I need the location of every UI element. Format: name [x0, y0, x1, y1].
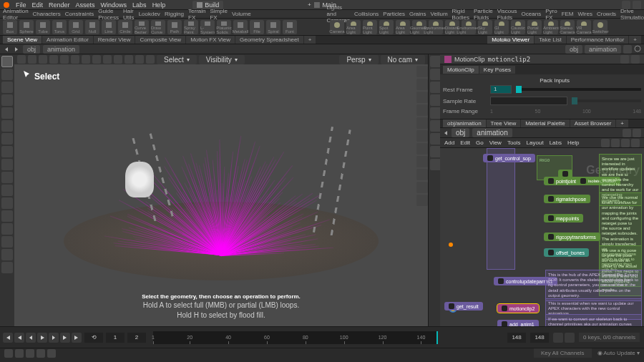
- vp-icon[interactable]: [39, 55, 47, 64]
- tl-opt-icon[interactable]: [565, 333, 575, 343]
- shelf-tool-icon[interactable]: Metaball: [233, 20, 248, 34]
- vp-icon[interactable]: [146, 55, 155, 64]
- shelf-tab[interactable]: Guide Process: [98, 8, 119, 21]
- tab-composite[interactable]: Composite View: [135, 36, 185, 44]
- network-box[interactable]: [487, 148, 515, 270]
- net-menu[interactable]: Tools: [507, 140, 521, 146]
- tool-icon[interactable]: [1, 185, 13, 196]
- shelf-tab[interactable]: Particle Fluids: [474, 8, 493, 21]
- shelf-tool-icon[interactable]: Font: [283, 20, 297, 34]
- tool-icon[interactable]: [1, 107, 13, 119]
- vp-icon[interactable]: [82, 55, 90, 64]
- vp-right-icon[interactable]: [416, 104, 428, 116]
- shelf-tool-icon[interactable]: Area Light: [346, 20, 361, 34]
- camera-dropdown[interactable]: No cam▾: [381, 55, 425, 64]
- shelf-tab[interactable]: Drive Simulation: [620, 8, 644, 21]
- vp-right-icon[interactable]: [416, 143, 428, 155]
- shelf-tab[interactable]: Volume: [232, 11, 251, 17]
- shelf-tool-icon[interactable]: Torus: [52, 20, 67, 34]
- shelf-tab[interactable]: Pyro FX: [545, 8, 557, 21]
- net-menu[interactable]: Edit: [460, 140, 470, 146]
- shelf-tab[interactable]: Lookdev: [139, 11, 160, 17]
- shelf-tool-icon[interactable]: Box: [3, 20, 17, 34]
- net-icon[interactable]: [611, 139, 620, 147]
- path-node[interactable]: animation: [472, 128, 512, 137]
- net-tab[interactable]: Asset Browser: [570, 119, 616, 127]
- sample-rate-input[interactable]: [490, 97, 567, 105]
- net-icon[interactable]: [621, 139, 630, 147]
- tool-icon[interactable]: [1, 262, 13, 273]
- shelf-tab[interactable]: Terrain FX: [188, 8, 205, 21]
- menu-assets[interactable]: Assets: [76, 1, 95, 9]
- vp-icon[interactable]: [114, 55, 122, 64]
- shelf-tab[interactable]: Oceans: [522, 11, 542, 17]
- shelf-tool-icon[interactable]: Camera: [330, 20, 344, 34]
- sample-rate-slider[interactable]: [572, 99, 642, 102]
- shelf-tab[interactable]: Particles: [383, 11, 405, 17]
- shelf-tab[interactable]: Animation Editor: [3, 8, 29, 21]
- shelf-tab[interactable]: Rigid Bodies: [452, 8, 469, 21]
- net-icon[interactable]: [623, 129, 631, 137]
- shelf-tab[interactable]: Vellum: [431, 11, 448, 17]
- play-button[interactable]: [37, 333, 47, 343]
- gear-icon[interactable]: [620, 55, 629, 64]
- net-tab[interactable]: Material Palette: [521, 119, 570, 127]
- frame-field[interactable]: 1: [106, 333, 125, 343]
- tab-scene-view[interactable]: Scene View: [3, 36, 42, 44]
- status-icon[interactable]: [36, 349, 45, 358]
- net-menu[interactable]: Labs: [550, 140, 562, 146]
- path-obj[interactable]: obj: [23, 45, 40, 54]
- vp-right-icon[interactable]: [416, 117, 428, 129]
- vp-icon[interactable]: [49, 55, 58, 64]
- persp-dropdown[interactable]: Persp▾: [339, 55, 378, 64]
- shelf-tool-icon[interactable]: File: [250, 20, 264, 34]
- net-menu[interactable]: View: [489, 140, 502, 146]
- scale-tool-icon[interactable]: [1, 94, 13, 106]
- vp-icon[interactable]: [103, 55, 112, 64]
- back-icon[interactable]: [443, 130, 449, 136]
- shelf-tool-icon[interactable]: Spray Paint: [184, 20, 198, 34]
- tool-icon[interactable]: [1, 146, 13, 157]
- vp-right-icon[interactable]: [416, 79, 428, 90]
- tool-icon[interactable]: [1, 159, 13, 170]
- vp-icon[interactable]: [92, 55, 101, 64]
- auto-update-toggle[interactable]: ◉ Auto Update ▾: [597, 350, 640, 356]
- menu-render[interactable]: Render: [49, 1, 70, 9]
- key-all-button[interactable]: Key All Channels: [534, 348, 591, 358]
- next-frame-button[interactable]: [49, 333, 59, 343]
- shelf-tool-icon[interactable]: Environment Light: [429, 20, 443, 34]
- shelf-tool-icon[interactable]: Grid: [69, 20, 83, 34]
- rest-frame-slider[interactable]: [516, 88, 641, 91]
- tab-takelist[interactable]: Take List: [535, 36, 566, 44]
- vp-right-icon[interactable]: [416, 195, 428, 206]
- vp-right-icon[interactable]: [416, 130, 428, 142]
- node[interactable]: rigmatchpose: [544, 195, 590, 203]
- shelf-tool-icon[interactable]: Platonic Solids: [217, 20, 231, 34]
- vp-right-icon[interactable]: [416, 156, 428, 167]
- path-node[interactable]: animation: [43, 45, 79, 54]
- shelf-tool-icon[interactable]: Spot Light: [379, 20, 394, 34]
- node[interactable]: get_result: [444, 302, 483, 310]
- loop-mode[interactable]: ⟲: [84, 333, 103, 343]
- shelf-tool-icon[interactable]: Caustic Light: [511, 20, 525, 34]
- tool-icon[interactable]: [1, 236, 13, 248]
- vp-icon[interactable]: [125, 55, 133, 64]
- shelf-tool-icon[interactable]: Stereo Camera: [560, 20, 575, 34]
- path-obj[interactable]: obj: [452, 128, 469, 137]
- status-icon[interactable]: [4, 349, 13, 358]
- timeline-track[interactable]: 120406080100120140: [153, 331, 436, 344]
- menu-edit[interactable]: Edit: [32, 1, 44, 9]
- tab-perfmon[interactable]: Performance Monitor: [567, 36, 629, 44]
- node[interactable]: [558, 170, 572, 178]
- tool-icon[interactable]: [1, 197, 13, 209]
- vp-icon[interactable]: [60, 55, 69, 64]
- shelf-tab[interactable]: Collisions: [354, 11, 379, 17]
- pin-icon[interactable]: [623, 45, 632, 54]
- node-motionclip2[interactable]: motionclip2: [497, 304, 539, 313]
- net-menu[interactable]: Layout: [527, 140, 544, 146]
- tool-icon[interactable]: [1, 172, 13, 183]
- shelf-tab[interactable]: Simple FX: [210, 8, 227, 21]
- vp-icon[interactable]: [71, 55, 79, 64]
- net-menu[interactable]: Go: [476, 140, 484, 146]
- prev-key-button[interactable]: [14, 333, 24, 343]
